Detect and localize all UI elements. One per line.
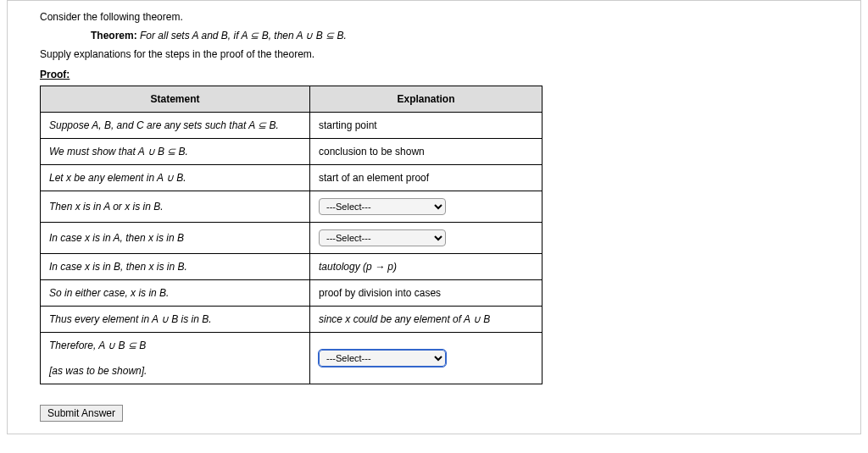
expl-cell: tautology (p → p) xyxy=(310,254,542,280)
explanation-select[interactable]: ---Select--- xyxy=(319,229,446,246)
proof-label: Proof: xyxy=(40,69,860,80)
stmt-cell: Thus every element in A ∪ B is in B. xyxy=(41,307,310,333)
theorem-text: For all sets A and B, if A ⊆ B, then A ∪… xyxy=(137,30,347,41)
table-row: In case x is in B, then x is in B. tauto… xyxy=(41,254,542,280)
stmt-cell: Then x is in A or x is in B. xyxy=(41,191,310,223)
stmt-cell: Therefore, A ∪ B ⊆ B xyxy=(41,333,310,359)
theorem-label: Theorem: xyxy=(91,30,137,41)
expl-cell: ---Select--- xyxy=(310,333,542,384)
explanation-select[interactable]: ---Select--- xyxy=(319,198,446,215)
expl-cell: since x could be any element of A ∪ B xyxy=(310,307,542,333)
theorem-line: Theorem: For all sets A and B, if A ⊆ B,… xyxy=(91,30,860,41)
table-row: Thus every element in A ∪ B is in B. sin… xyxy=(41,307,542,333)
stmt-cell: So in either case, x is in B. xyxy=(41,280,310,307)
stmt-cell: In case x is in B, then x is in B. xyxy=(41,254,310,280)
table-row: We must show that A ∪ B ⊆ B. conclusion … xyxy=(41,139,542,165)
submit-area: Submit Answer xyxy=(40,405,860,422)
table-row: Let x be any element in A ∪ B. start of … xyxy=(41,165,542,191)
expl-cell: starting point xyxy=(310,113,542,139)
table-row: In case x is in A, then x is in B ---Sel… xyxy=(41,223,542,254)
submit-answer-button[interactable]: Submit Answer xyxy=(40,405,123,422)
stmt-cell: [as was to be shown]. xyxy=(41,358,310,384)
expl-cell: ---Select--- xyxy=(310,191,542,223)
content-area: Consider the following theorem. Theorem:… xyxy=(8,1,860,422)
table-row: Suppose A, B, and C are any sets such th… xyxy=(41,113,542,139)
page-container: Consider the following theorem. Theorem:… xyxy=(7,0,861,434)
proof-table: Statement Explanation Suppose A, B, and … xyxy=(40,86,542,384)
header-explanation: Explanation xyxy=(310,86,542,113)
intro-consider: Consider the following theorem. xyxy=(40,11,860,23)
table-row: Then x is in A or x is in B. ---Select--… xyxy=(41,191,542,223)
table-row: Therefore, A ∪ B ⊆ B ---Select--- xyxy=(41,333,542,359)
table-row: So in either case, x is in B. proof by d… xyxy=(41,280,542,307)
expl-cell: conclusion to be shown xyxy=(310,139,542,165)
intro-supply: Supply explanations for the steps in the… xyxy=(40,48,860,60)
expl-cell: start of an element proof xyxy=(310,165,542,191)
header-statement: Statement xyxy=(41,86,310,113)
expl-cell: proof by division into cases xyxy=(310,280,542,307)
explanation-select-active[interactable]: ---Select--- xyxy=(319,350,446,367)
stmt-cell: Let x be any element in A ∪ B. xyxy=(41,165,310,191)
table-header-row: Statement Explanation xyxy=(41,86,542,113)
stmt-cell: Suppose A, B, and C are any sets such th… xyxy=(41,113,310,139)
expl-cell: ---Select--- xyxy=(310,223,542,254)
stmt-cell: We must show that A ∪ B ⊆ B. xyxy=(41,139,310,165)
stmt-cell: In case x is in A, then x is in B xyxy=(41,223,310,254)
